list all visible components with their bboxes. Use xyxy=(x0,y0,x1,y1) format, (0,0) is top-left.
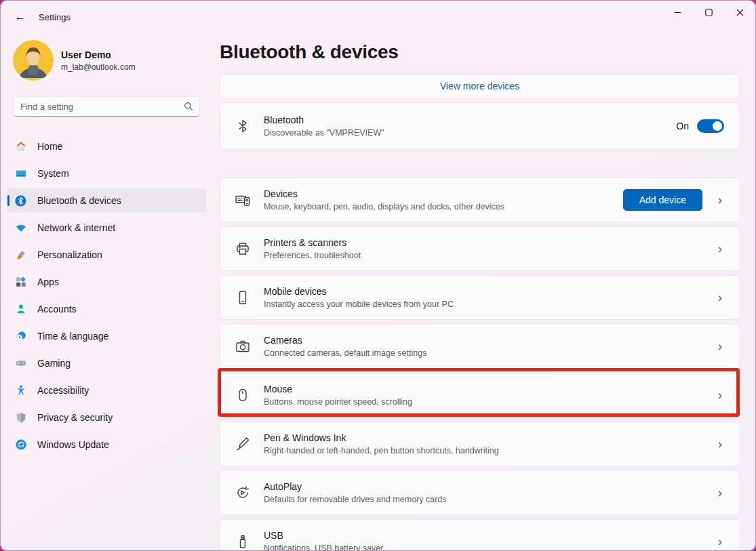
gaming-icon xyxy=(15,358,26,369)
chevron-right-icon: › xyxy=(711,436,730,451)
user-name: User Demo xyxy=(61,49,136,60)
row-title: Pen & Windows Ink xyxy=(264,432,711,443)
row-subtitle: Connected cameras, default image setting… xyxy=(264,348,711,358)
desktop-background: ← Settings xyxy=(0,0,756,551)
time-language-icon xyxy=(15,331,26,342)
row-subtitle: Buttons, mouse pointer speed, scrolling xyxy=(264,397,711,407)
row-subtitle: Defaults for removable drives and memory… xyxy=(264,495,711,504)
add-device-button[interactable]: Add device xyxy=(623,189,702,211)
sidebar-item-label: Accessibility xyxy=(37,385,89,396)
row-printers-scanners[interactable]: Printers & scanners Preferences, trouble… xyxy=(220,226,740,271)
mouse-icon xyxy=(234,387,252,403)
bluetooth-icon xyxy=(15,195,26,207)
chevron-right-icon: › xyxy=(711,339,730,354)
back-button[interactable]: ← xyxy=(7,5,33,28)
sidebar-item-label: Time & language xyxy=(37,331,108,342)
chevron-right-icon: › xyxy=(711,388,730,403)
sidebar-item-bluetooth-devices[interactable]: Bluetooth & devices xyxy=(7,188,206,213)
privacy-icon xyxy=(15,412,26,424)
sidebar-item-label: Network & internet xyxy=(37,222,115,233)
close-button[interactable] xyxy=(724,1,755,24)
row-subtitle: Instantly access your mobile devices fro… xyxy=(264,300,711,309)
settings-window: ← Settings xyxy=(0,0,756,551)
bluetooth-subtitle: Discoverable as "VMPREVIEW" xyxy=(264,128,676,138)
mobile-phone-icon xyxy=(234,289,252,306)
main-content: Bluetooth & devices View more devices Bl… xyxy=(220,33,740,551)
camera-icon xyxy=(234,338,252,354)
row-subtitle: Right-handed or left-handed, pen button … xyxy=(264,446,711,455)
avatar xyxy=(13,40,54,81)
sidebar-item-apps[interactable]: Apps xyxy=(7,270,206,294)
sidebar-item-label: Personalization xyxy=(37,249,102,260)
sidebar-item-label: Gaming xyxy=(37,358,71,369)
row-usb[interactable]: USB Notifications, USB battery saver › xyxy=(220,519,740,551)
sidebar-item-gaming[interactable]: Gaming xyxy=(7,351,206,375)
row-autoplay[interactable]: AutoPlay Defaults for removable drives a… xyxy=(220,470,740,515)
user-email: m_lab@outlook.com xyxy=(61,62,136,72)
view-more-devices-label: View more devices xyxy=(440,81,519,91)
row-pen-windows-ink[interactable]: Pen & Windows Ink Right-handed or left-h… xyxy=(220,422,740,466)
row-subtitle: Preferences, troubleshoot xyxy=(264,251,711,260)
selected-indicator xyxy=(7,195,9,206)
sidebar-item-windows-update[interactable]: Windows Update xyxy=(7,432,206,457)
chevron-right-icon: › xyxy=(711,241,730,256)
sidebar-item-label: Windows Update xyxy=(37,439,109,450)
personalization-icon xyxy=(15,249,26,261)
sidebar-item-accessibility[interactable]: Accessibility xyxy=(7,378,206,403)
devices-icon xyxy=(234,192,252,208)
minimize-button[interactable] xyxy=(662,1,693,24)
row-cameras[interactable]: Cameras Connected cameras, default image… xyxy=(220,324,740,369)
sidebar-item-label: System xyxy=(37,168,69,179)
chevron-right-icon: › xyxy=(711,192,730,207)
bluetooth-toggle-row: Bluetooth Discoverable as "VMPREVIEW" On xyxy=(220,102,740,150)
bluetooth-title: Bluetooth xyxy=(264,115,676,125)
usb-icon xyxy=(234,533,252,550)
search-input[interactable] xyxy=(20,102,184,112)
apps-icon xyxy=(15,277,26,288)
row-title: Printers & scanners xyxy=(264,237,711,248)
autoplay-icon xyxy=(234,485,252,501)
row-mobile-devices[interactable]: Mobile devices Instantly access your mob… xyxy=(220,275,740,320)
sidebar-item-network-internet[interactable]: Network & internet xyxy=(7,216,206,240)
home-icon xyxy=(15,141,26,152)
pen-icon xyxy=(234,436,252,452)
row-title: Mouse xyxy=(264,384,711,394)
row-title: Cameras xyxy=(264,335,711,346)
row-mouse[interactable]: Mouse Buttons, mouse pointer speed, scro… xyxy=(220,373,740,417)
close-icon xyxy=(736,9,744,16)
sidebar: User Demo m_lab@outlook.com Home Sys xyxy=(1,33,212,550)
user-profile[interactable]: User Demo m_lab@outlook.com xyxy=(1,33,212,81)
minimize-icon xyxy=(674,9,681,16)
accessibility-icon xyxy=(15,385,26,396)
sidebar-item-label: Apps xyxy=(37,277,59,287)
titlebar: ← Settings xyxy=(1,1,755,33)
search-box[interactable] xyxy=(13,96,200,117)
search-icon xyxy=(184,102,193,111)
system-icon xyxy=(15,168,26,180)
maximize-icon xyxy=(705,9,713,16)
sidebar-item-privacy-security[interactable]: Privacy & security xyxy=(7,405,206,430)
row-subtitle: Notifications, USB battery saver xyxy=(264,544,711,551)
app-title: Settings xyxy=(39,12,71,22)
sidebar-item-home[interactable]: Home xyxy=(7,134,206,159)
toggle-state-label: On xyxy=(676,121,689,131)
sidebar-nav: Home System Bluetooth & devices Net xyxy=(1,134,212,457)
row-subtitle: Mouse, keyboard, pen, audio, displays an… xyxy=(264,202,623,211)
sidebar-item-personalization[interactable]: Personalization xyxy=(7,243,206,267)
maximize-button[interactable] xyxy=(693,1,724,24)
row-devices[interactable]: Devices Mouse, keyboard, pen, audio, dis… xyxy=(220,178,740,222)
view-more-devices-button[interactable]: View more devices xyxy=(220,74,740,98)
chevron-right-icon: › xyxy=(711,485,730,500)
chevron-right-icon: › xyxy=(711,290,730,305)
sidebar-item-time-language[interactable]: Time & language xyxy=(7,324,206,348)
row-title: AutoPlay xyxy=(264,481,711,492)
printer-icon xyxy=(234,241,252,257)
row-title: USB xyxy=(264,530,711,541)
bluetooth-glyph-icon xyxy=(234,119,252,134)
sidebar-item-accounts[interactable]: Accounts xyxy=(7,297,206,321)
row-title: Devices xyxy=(264,188,623,199)
sidebar-item-label: Accounts xyxy=(37,304,77,314)
sidebar-item-system[interactable]: System xyxy=(7,161,206,186)
bluetooth-toggle[interactable] xyxy=(697,119,724,133)
sidebar-item-label: Home xyxy=(37,141,62,152)
